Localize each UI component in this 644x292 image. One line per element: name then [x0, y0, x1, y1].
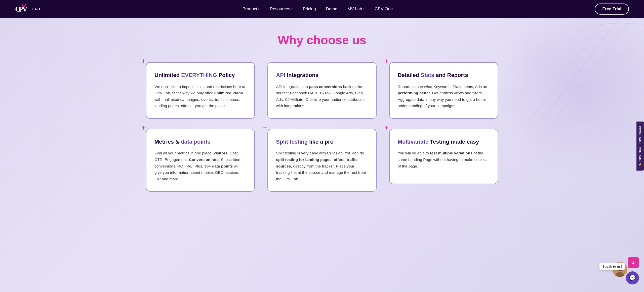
nav-link-cpvone[interactable]: CPV One [371, 5, 397, 14]
navbar: C P V LAB Product ▾ Resources ▾ Pricing [0, 0, 644, 18]
card-body-api: API integrations to pass conversions bac… [276, 84, 368, 109]
card-wrapper-stats: Detailed Stats and Reports Reports to se… [389, 62, 498, 119]
nav-label-resources: Resources [270, 7, 290, 12]
cards-grid: Unlimited EVERYTHING Policy We don't lik… [146, 62, 498, 192]
card-metrics: Metrics & data points Find all your metr… [146, 129, 255, 192]
nav-item-product[interactable]: Product ▾ [238, 5, 264, 14]
chat-button[interactable]: 💬 [626, 271, 639, 284]
card-title-split: Split testing like a pro [276, 138, 368, 146]
nav-item-demo[interactable]: Demo [322, 5, 341, 14]
chevron-down-icon: ▾ [363, 8, 365, 11]
nav-link-demo[interactable]: Demo [322, 5, 341, 14]
section-title: Why choose us [25, 33, 619, 47]
card-body-stats: Reports to see what Keywords, Placements… [398, 84, 490, 109]
logo-lab-text: LAB [32, 7, 41, 11]
side-panel[interactable]: ⚡ CPV One CPV Cloud [636, 121, 644, 171]
highlight-everything: EVERYTHING [181, 72, 217, 78]
highlight-multivariate: Multivariate [398, 139, 428, 145]
logo-icon: C P V [15, 4, 29, 15]
highlight-datapoints: data points [181, 139, 210, 145]
nav-link-product[interactable]: Product ▾ [238, 5, 264, 14]
nav-link-mvlab[interactable]: MV Lab ▾ [343, 5, 369, 14]
chat-icon: 💬 [629, 275, 636, 281]
nav-label-product: Product [243, 7, 257, 12]
speak-label: Speak to us! [599, 263, 625, 270]
card-api: API Integrations API integrations to pas… [267, 62, 376, 119]
card-unlimited: Unlimited EVERYTHING Policy We don't lik… [146, 62, 255, 119]
nav-item-mvlab[interactable]: MV Lab ▾ [343, 5, 369, 14]
card-wrapper-metrics: Metrics & data points Find all your metr… [146, 129, 255, 192]
card-wrapper-api: API Integrations API integrations to pas… [267, 62, 376, 119]
card-title-stats: Detailed Stats and Reports [398, 72, 490, 79]
card-title-multivariate: Multivariate Testing made easy [398, 138, 490, 146]
card-split: Split testing like a pro Split testing i… [267, 129, 376, 192]
card-body-unlimited: We don't like to impose limits and restr… [154, 84, 246, 109]
card-stats: Detailed Stats and Reports Reports to se… [389, 62, 498, 119]
card-body-metrics: Find all your metrics in one place: visi… [154, 150, 246, 182]
chevron-down-icon: ▾ [258, 8, 260, 11]
nav-label-mvlab: MV Lab [347, 7, 362, 12]
highlight-split: Split testing [276, 139, 308, 145]
card-multivariate: Multivariate Testing made easy You will … [389, 129, 498, 184]
card-wrapper-multivariate: Multivariate Testing made easy You will … [389, 129, 498, 192]
nav-label-pricing: Pricing [303, 7, 316, 12]
nav-label-cpvone: CPV One [375, 7, 393, 12]
card-title-unlimited: Unlimited EVERYTHING Policy [154, 72, 246, 79]
nav-link-pricing[interactable]: Pricing [299, 5, 320, 14]
scroll-top-button[interactable]: ▲ [628, 257, 639, 268]
card-wrapper-split: Split testing like a pro Split testing i… [267, 129, 376, 192]
nav-link-resources[interactable]: Resources ▾ [266, 5, 297, 14]
highlight-stats: Stats [421, 72, 434, 78]
nav-item-resources[interactable]: Resources ▾ [266, 5, 297, 14]
nav-item-pricing[interactable]: Pricing [299, 5, 320, 14]
card-title-api: API Integrations [276, 72, 368, 79]
main-content: Why choose us Unlimited EVERYTHING Polic… [0, 18, 644, 292]
nav-item-cpvone[interactable]: CPV One [371, 5, 397, 14]
free-trial-button[interactable]: Free Trial [595, 4, 629, 15]
logo[interactable]: C P V LAB [15, 4, 41, 15]
side-panel-label: ⚡ CPV One CPV Cloud [638, 126, 642, 166]
scroll-top-icon: ▲ [631, 260, 636, 266]
card-wrapper-unlimited: Unlimited EVERYTHING Policy We don't lik… [146, 62, 255, 119]
card-body-split: Split testing is very easy with CPV Lab.… [276, 150, 368, 182]
card-title-metrics: Metrics & data points [154, 138, 246, 146]
chevron-down-icon: ▾ [291, 8, 293, 11]
nav-links: Product ▾ Resources ▾ Pricing Demo MV La… [238, 5, 397, 14]
highlight-api: API [276, 72, 285, 78]
card-body-multivariate: You will be able to test multiple variat… [398, 150, 490, 169]
nav-label-demo: Demo [326, 7, 337, 12]
